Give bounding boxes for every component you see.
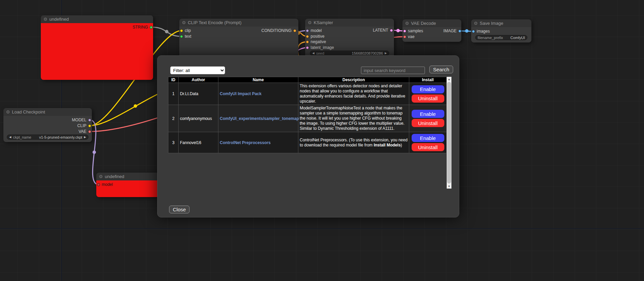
input-slot-row: negative [306, 39, 326, 44]
uninstall-button[interactable]: Uninstall [412, 119, 444, 127]
uninstall-button[interactable]: Uninstall [412, 143, 444, 151]
input-slot-label: samples [408, 29, 423, 33]
input-slot-label: vae [408, 34, 414, 39]
grid-axis-horizontal [0, 228, 644, 229]
extension-description: ControlNet Preprocessors. (To use this e… [300, 138, 408, 148]
node-collapse-dot[interactable] [308, 21, 311, 24]
uninstall-button[interactable]: Uninstall [412, 94, 444, 103]
output-slot-row: CLIP [77, 123, 91, 128]
node-header[interactable]: VAE Decode [402, 19, 461, 27]
extension-link[interactable]: ComfyUI_experiments/sampler_tonemap [220, 116, 299, 121]
widget-value: v1-5-pruned-emaonly.ckpt [39, 135, 82, 139]
widget-label: ckpt_name [13, 135, 31, 139]
extension-author: Fannovel16 [179, 132, 218, 153]
input-slot-row: images [472, 29, 490, 34]
output-slot-row: MODEL [72, 118, 91, 122]
close-button[interactable]: Close [169, 206, 189, 213]
input-slot-vae[interactable] [403, 35, 406, 38]
input-slot-images[interactable] [472, 30, 475, 33]
scrollbar-track[interactable] [447, 82, 451, 184]
increment-arrow-icon[interactable]: ▶ [385, 52, 387, 55]
input-slot-positive[interactable] [306, 35, 309, 38]
node-load-checkpoint[interactable]: Load Checkpoint MODEL CLIP VAE ◀ ckpt_na… [3, 108, 92, 142]
col-header-name: Name [218, 77, 298, 83]
input-slot-negative[interactable] [306, 40, 309, 43]
extensions-table-container: ID Author Name Description Install 1 Dr.… [168, 77, 451, 189]
node-title: VAE Decode [411, 21, 436, 26]
node-vae-decode[interactable]: VAE Decode samples vae IMAGE [402, 19, 461, 42]
scroll-up-icon: ▲ [448, 78, 450, 81]
input-slot-label: model [102, 182, 113, 187]
node-header[interactable]: Load Checkpoint [3, 108, 92, 116]
filter-select[interactable]: Filter: all [170, 66, 225, 74]
output-slot-conditioning[interactable] [293, 29, 296, 32]
link-midpoint-dot [165, 30, 168, 33]
decrement-arrow-icon[interactable]: ◀ [312, 52, 314, 55]
search-input[interactable] [361, 67, 425, 74]
ckpt-name-widget[interactable]: ◀ ckpt_name v1-5-pruned-emaonly.ckpt ▶ [7, 135, 88, 140]
filename-prefix-widget[interactable]: filename_prefix ComfyUI [475, 35, 527, 40]
extension-id: 2 [168, 105, 179, 132]
node-title: undefined [49, 17, 69, 22]
node-header[interactable]: undefined [41, 15, 153, 23]
extension-row: 2 comfyanonymous ComfyUI_experiments/sam… [168, 105, 447, 132]
output-slot-clip[interactable] [88, 124, 91, 127]
output-slot-row: CONDITIONING [261, 28, 296, 33]
output-slot-vae[interactable] [88, 130, 91, 133]
extension-link[interactable]: ComfyUI Impact Pack [220, 91, 262, 96]
node-collapse-dot[interactable] [474, 22, 477, 25]
node-header[interactable]: Save Image [471, 19, 531, 27]
node-collapse-dot[interactable] [99, 175, 102, 178]
input-slot-label: negative [311, 39, 326, 44]
seed-widget[interactable]: ◀ seed 156680208700286 ▶ [310, 51, 389, 56]
input-slot-model[interactable] [97, 183, 100, 186]
search-button[interactable]: Search [429, 66, 453, 73]
output-slot-label: VAE [79, 129, 86, 134]
node-collapse-dot[interactable] [182, 21, 185, 24]
col-header-description: Description [298, 77, 409, 83]
widget-value: 156680208700286 [352, 51, 383, 55]
previous-arrow-icon[interactable]: ◀ [9, 136, 11, 139]
link-midpoint-dot [396, 29, 400, 32]
input-slot-samples[interactable] [403, 30, 406, 33]
link-string-to-text [152, 27, 181, 36]
extension-id: 1 [168, 83, 179, 105]
output-slot-image[interactable] [458, 30, 461, 33]
node-title: KSampler [314, 20, 333, 25]
input-slot-row: latent_image [306, 45, 334, 50]
enable-button[interactable]: Enable [412, 134, 444, 142]
link-midpoint-dot [134, 104, 137, 108]
enable-button[interactable]: Enable [412, 85, 444, 93]
node-undefined-top[interactable]: undefined STRING [41, 15, 153, 80]
node-error-body [41, 23, 153, 80]
scroll-down-button[interactable]: ▼ [447, 184, 451, 189]
node-undefined-bottom[interactable]: undefined model [96, 173, 159, 197]
col-header-install: Install [409, 77, 447, 83]
output-slot-model[interactable] [88, 119, 91, 122]
extension-description: ModelSamplerTonemapNoiseTest a node that… [300, 106, 408, 131]
node-collapse-dot[interactable] [6, 110, 10, 113]
node-collapse-dot[interactable] [406, 22, 409, 25]
node-collapse-dot[interactable] [44, 18, 47, 21]
extension-link[interactable]: ControlNet Preprocessors [220, 140, 270, 145]
node-header[interactable]: CLIP Text Encode (Prompt) [179, 19, 298, 27]
input-slot-model[interactable] [306, 29, 309, 32]
node-save-image[interactable]: Save Image images filename_prefix ComfyU… [471, 19, 531, 42]
input-slot-clip[interactable] [180, 29, 183, 32]
node-header[interactable]: KSampler [305, 19, 394, 27]
output-slot-label: CONDITIONING [261, 28, 292, 33]
col-header-id: ID [168, 77, 179, 83]
input-slot-text[interactable] [180, 35, 183, 38]
input-slot-latent-image[interactable] [306, 46, 309, 49]
enable-button[interactable]: Enable [412, 110, 444, 118]
node-header[interactable]: undefined [96, 173, 159, 180]
table-scrollbar[interactable]: ▲ ▼ [447, 77, 451, 189]
input-slot-row: model [306, 28, 322, 33]
output-slot-latent[interactable] [390, 29, 393, 32]
node-title: Load Checkpoint [12, 109, 45, 115]
scrollbar-thumb[interactable] [447, 82, 451, 183]
output-slot-string[interactable] [150, 26, 153, 29]
next-arrow-icon[interactable]: ▶ [84, 136, 86, 139]
scroll-up-button[interactable]: ▲ [447, 77, 451, 82]
graph-canvas[interactable]: undefined STRING CLIP Text Encode (Promp… [0, 0, 644, 281]
